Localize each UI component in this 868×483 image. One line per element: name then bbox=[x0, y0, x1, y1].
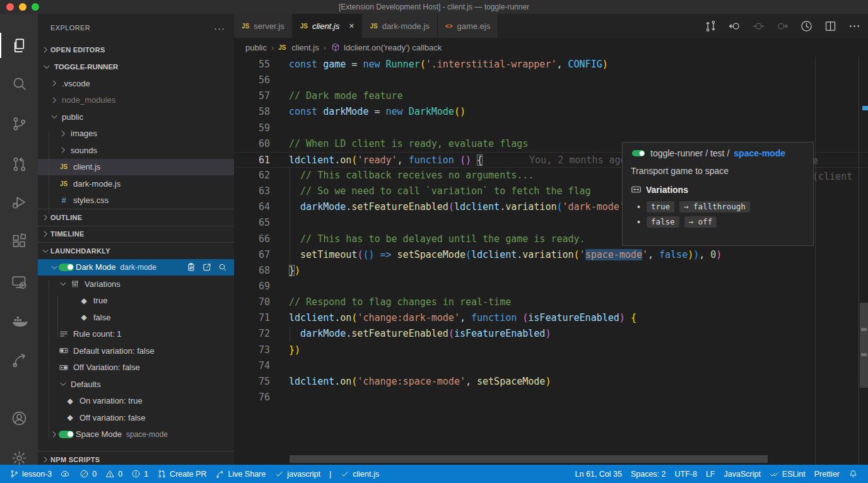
code-editor[interactable]: 55const game = new Runner('.interstitial… bbox=[234, 57, 868, 465]
open-changes-icon[interactable] bbox=[701, 17, 719, 35]
folder-node-modules[interactable]: node_modules bbox=[38, 92, 234, 109]
tab-client.js[interactable]: JSclient.js× bbox=[293, 14, 363, 38]
flag-dark-mode[interactable]: Dark Modedark-mode bbox=[38, 259, 234, 276]
tab-game.ejs[interactable]: <>game.ejs bbox=[438, 14, 498, 38]
code-line-58[interactable]: 58const darkMode = new DarkMode() bbox=[234, 104, 868, 120]
linter-client-js[interactable]: client.js bbox=[336, 465, 384, 483]
section-outline[interactable]: OUTLINE bbox=[38, 209, 234, 226]
pause-circle-icon[interactable] bbox=[749, 17, 767, 35]
variation-false[interactable]: ◆false bbox=[38, 309, 234, 326]
file-dark-mode-js[interactable]: JSdark-mode.js bbox=[38, 175, 234, 192]
eol[interactable]: LF bbox=[701, 465, 720, 483]
line-number[interactable]: 63 bbox=[234, 183, 270, 199]
encoding[interactable]: UTF-8 bbox=[670, 465, 701, 483]
default-variation[interactable]: Default variation: false bbox=[38, 342, 234, 359]
split-editor-icon[interactable] bbox=[821, 17, 839, 35]
line-number[interactable]: 60 bbox=[234, 136, 270, 152]
file-styles-css[interactable]: #styles.css bbox=[38, 192, 234, 209]
line-number[interactable]: 55 bbox=[234, 57, 270, 73]
info-count[interactable]: 1 bbox=[127, 465, 153, 483]
prettier-status[interactable]: Prettier bbox=[810, 465, 844, 483]
line-number[interactable]: 75 bbox=[234, 374, 270, 390]
line-number[interactable]: 59 bbox=[234, 120, 270, 136]
file-client-js[interactable]: JSclient.js bbox=[38, 159, 234, 176]
explorer-more-actions-icon[interactable]: ··· bbox=[214, 23, 225, 33]
line-number[interactable]: 72 bbox=[234, 326, 270, 342]
horizontal-scrollbar-thumb[interactable] bbox=[290, 455, 768, 463]
status-divider[interactable]: | bbox=[325, 465, 336, 483]
line-number[interactable]: 69 bbox=[234, 279, 270, 294]
create-pr[interactable]: Create PR bbox=[153, 465, 211, 483]
error-count[interactable]: 0 bbox=[75, 465, 101, 483]
line-number[interactable]: 65 bbox=[234, 215, 270, 231]
flag-defaults[interactable]: Defaults bbox=[38, 376, 234, 393]
breadcrumb-item[interactable]: public bbox=[245, 43, 267, 52]
line-number[interactable]: 66 bbox=[234, 231, 270, 247]
branch-indicator[interactable]: lesson-3 bbox=[5, 465, 56, 483]
code-line-71[interactable]: 71ldclient.on('change:dark-mode', functi… bbox=[234, 310, 868, 326]
code-line-55[interactable]: 55const game = new Runner('.interstitial… bbox=[234, 57, 868, 73]
run-icon[interactable] bbox=[797, 17, 815, 35]
rule-count[interactable]: Rule count: 1 bbox=[38, 326, 234, 343]
folder-public[interactable]: public bbox=[38, 108, 234, 125]
code-line-76[interactable]: 76 bbox=[234, 390, 868, 405]
flag-variations[interactable]: Variations bbox=[38, 276, 234, 293]
indentation[interactable]: Spaces: 2 bbox=[626, 465, 671, 483]
line-number[interactable]: 62 bbox=[234, 168, 270, 183]
cursor-position[interactable]: Ln 61, Col 35 bbox=[571, 465, 626, 483]
section-npm-scripts[interactable]: NPM SCRIPTS bbox=[38, 451, 234, 465]
tab-server.js[interactable]: JSserver.js bbox=[234, 14, 293, 38]
line-number[interactable]: 58 bbox=[234, 104, 270, 120]
code-line-56[interactable]: 56 bbox=[234, 73, 868, 88]
line-number[interactable]: 57 bbox=[234, 88, 270, 104]
tab-dark-mode.js[interactable]: JSdark-mode.js bbox=[362, 14, 437, 38]
activity-accounts-icon[interactable] bbox=[0, 403, 38, 433]
folder-vscode[interactable]: .vscode bbox=[38, 75, 234, 92]
external-action-icon[interactable] bbox=[202, 262, 212, 272]
breadcrumb-item[interactable]: ldclient.on('ready') callback bbox=[331, 42, 442, 52]
code-line-72[interactable]: 72 darkMode.setFeatureEnabled(isFeatureE… bbox=[234, 326, 868, 342]
line-number[interactable]: 68 bbox=[234, 263, 270, 279]
code-line-73[interactable]: 73}) bbox=[234, 342, 868, 358]
folder-images[interactable]: images bbox=[38, 125, 234, 143]
clipboard-action-icon[interactable] bbox=[186, 262, 196, 272]
off-variation[interactable]: Off Variation: false bbox=[38, 359, 234, 376]
line-number[interactable]: 61 bbox=[234, 153, 270, 167]
activity-search-icon[interactable] bbox=[0, 68, 38, 98]
vertical-scrollbar[interactable] bbox=[859, 57, 868, 465]
line-number[interactable]: 76 bbox=[234, 390, 270, 405]
language-mode[interactable]: JavaScript bbox=[720, 465, 765, 483]
flag-space-mode[interactable]: Space Modespace-mode bbox=[38, 426, 234, 443]
step-back-icon[interactable] bbox=[725, 17, 743, 35]
default-off-variation[interactable]: ◆Off variation: false bbox=[38, 409, 234, 426]
breadcrumb-item[interactable]: JSclient.js bbox=[278, 42, 319, 52]
activity-live-share-icon[interactable] bbox=[0, 344, 38, 375]
code-line-67[interactable]: 67 setTimeout(() => setSpaceMode(ldclien… bbox=[234, 247, 868, 263]
code-line-70[interactable]: 70// Respond to flag changes in real-tim… bbox=[234, 294, 868, 310]
activity-remote-explorer-icon[interactable] bbox=[0, 267, 38, 297]
line-number[interactable]: 73 bbox=[234, 342, 270, 358]
activity-explorer-icon[interactable] bbox=[0, 30, 38, 61]
publish-changes[interactable] bbox=[56, 465, 75, 483]
line-number[interactable]: 56 bbox=[234, 73, 270, 88]
code-line-75[interactable]: 75ldclient.on('change:space-mode', setSp… bbox=[234, 374, 868, 390]
close-tab-icon[interactable]: × bbox=[349, 21, 354, 31]
folder-sounds[interactable]: sounds bbox=[38, 142, 234, 159]
notifications-bell[interactable] bbox=[844, 465, 863, 483]
more-actions-icon[interactable] bbox=[845, 17, 863, 35]
vertical-scrollbar-thumb[interactable] bbox=[860, 303, 868, 388]
activity-extensions-icon[interactable] bbox=[0, 226, 38, 256]
section-launchdarkly[interactable]: LAUNCHDARKLY bbox=[38, 242, 234, 259]
activity-pull-request-icon[interactable] bbox=[0, 149, 38, 179]
search-small-action-icon[interactable] bbox=[218, 262, 228, 272]
line-number[interactable]: 70 bbox=[234, 294, 270, 310]
linter-javascript[interactable]: javascript bbox=[270, 465, 325, 483]
default-on-variation[interactable]: ◆On variation: true bbox=[38, 393, 234, 410]
code-line-68[interactable]: 68}) bbox=[234, 263, 868, 279]
code-line-59[interactable]: 59 bbox=[234, 120, 868, 136]
variation-true[interactable]: ◆true bbox=[38, 293, 234, 310]
line-number[interactable]: 67 bbox=[234, 247, 270, 263]
line-number[interactable]: 74 bbox=[234, 358, 270, 374]
line-number[interactable]: 71 bbox=[234, 310, 270, 326]
code-line-57[interactable]: 57// Dark mode feature bbox=[234, 88, 868, 104]
